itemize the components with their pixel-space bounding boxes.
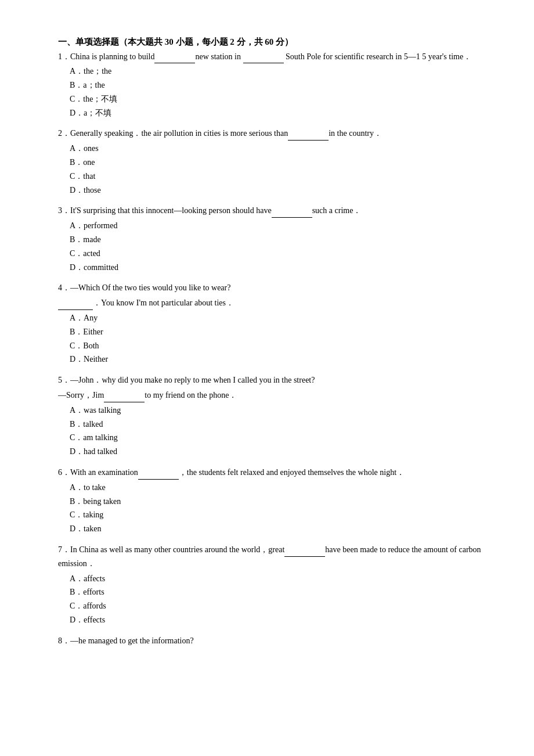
question-3-text: 3．It'S surprising that this innocent—loo… xyxy=(58,204,488,218)
q6-option-b: B．being taken xyxy=(70,495,488,509)
q6-option-c: C．taking xyxy=(70,508,488,522)
question-5-text2: —Sorry，Jimto my friend on the phone． xyxy=(58,388,488,402)
q2-option-b: B．one xyxy=(70,156,488,170)
q7-option-c: C．affords xyxy=(70,599,488,613)
question-8-text: 8．—he managed to get the information? xyxy=(58,634,488,648)
blank-3-1 xyxy=(272,217,312,218)
q3-option-d: D．committed xyxy=(70,261,488,275)
blank-2-1 xyxy=(288,140,329,141)
q1-option-c: C．the；不填 xyxy=(70,92,488,106)
question-1: 1．China is planning to buildnew station … xyxy=(58,50,488,120)
q1-option-d: D．a；不填 xyxy=(70,106,488,120)
q4-option-c: C．Both xyxy=(70,339,488,353)
question-6-text: 6．With an examination，the students felt … xyxy=(58,466,488,480)
q2-option-d: D．those xyxy=(70,183,488,197)
q6-option-a: A．to take xyxy=(70,481,488,495)
blank-1-2 xyxy=(243,63,284,63)
q3-option-c: C．acted xyxy=(70,247,488,261)
q7-option-a: A．affects xyxy=(70,572,488,586)
question-7-text: 7．In China as well as many other countri… xyxy=(58,543,488,571)
section-subtitle: （本大题共 30 小题，每小题 2 分，共 60 分） xyxy=(119,37,293,46)
question-4: 4．—Which Of the two ties would you like … xyxy=(58,281,488,366)
question-7: 7．In China as well as many other countri… xyxy=(58,543,488,627)
question-6: 6．With an examination，the students felt … xyxy=(58,466,488,536)
q7-option-b: B．efforts xyxy=(70,585,488,599)
question-2: 2．Generally speaking．the air pollution i… xyxy=(58,127,488,197)
q7-option-d: D．effects xyxy=(70,613,488,627)
q4-option-a: A．Any xyxy=(70,311,488,325)
q3-option-b: B．made xyxy=(70,233,488,247)
q5-option-d: D．had talked xyxy=(70,445,488,459)
q1-option-b: B．a；the xyxy=(70,78,488,92)
question-8: 8．—he managed to get the information? xyxy=(58,634,488,648)
question-5-text: 5．—John．why did you make no reply to me … xyxy=(58,373,488,387)
section-header: 一、单项选择题（本大题共 30 小题，每小题 2 分，共 60 分） xyxy=(58,35,488,50)
q5-option-b: B．talked xyxy=(70,417,488,431)
q4-option-d: D．Neither xyxy=(70,352,488,366)
q4-option-b: B．Either xyxy=(70,325,488,339)
q1-option-a: A．the；the xyxy=(70,64,488,78)
blank-5-1 xyxy=(104,402,145,402)
q2-option-c: C．that xyxy=(70,170,488,183)
q5-option-a: A．was talking xyxy=(70,404,488,417)
question-4-text2: ．You know I'm not particular about ties． xyxy=(58,296,488,310)
blank-4-1 xyxy=(58,309,93,310)
blank-7-1 xyxy=(284,556,325,557)
section-number: 一、单项选择题 xyxy=(58,37,119,46)
question-3: 3．It'S surprising that this innocent—loo… xyxy=(58,204,488,274)
q5-option-c: C．am talking xyxy=(70,431,488,445)
q2-option-a: A．ones xyxy=(70,142,488,156)
blank-1-1 xyxy=(154,63,195,63)
question-2-text: 2．Generally speaking．the air pollution i… xyxy=(58,127,488,141)
blank-6-1 xyxy=(138,479,179,480)
q3-option-a: A．performed xyxy=(70,219,488,233)
question-4-text: 4．—Which Of the two ties would you like … xyxy=(58,281,488,295)
q6-option-d: D．taken xyxy=(70,522,488,536)
question-1-text: 1．China is planning to buildnew station … xyxy=(58,50,488,64)
question-5: 5．—John．why did you make no reply to me … xyxy=(58,373,488,459)
